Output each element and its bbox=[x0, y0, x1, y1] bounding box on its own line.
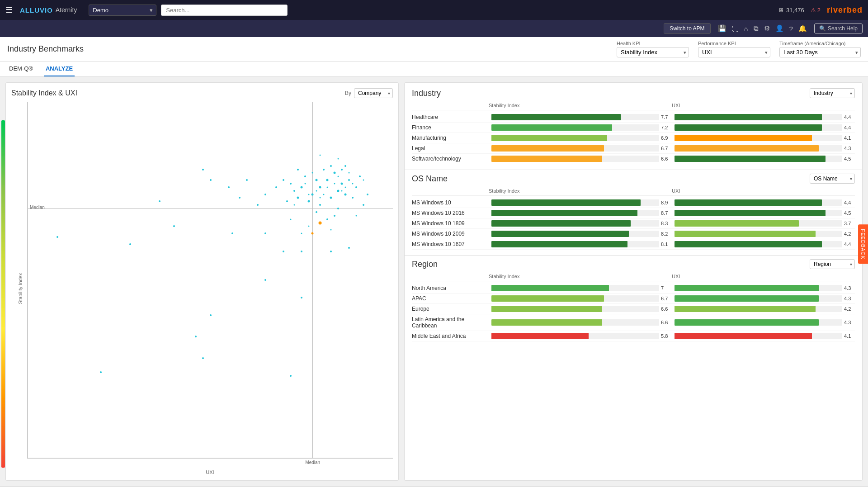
uxi-bar-cell: 4.1 bbox=[675, 333, 855, 339]
performance-kpi-select[interactable]: UXI bbox=[698, 47, 770, 57]
uxi-bar bbox=[675, 241, 822, 247]
row-name: MS Windows 10 2009 bbox=[412, 231, 489, 237]
si-bar bbox=[491, 241, 627, 247]
si-value: 8.2 bbox=[661, 231, 672, 237]
si-value: 8.3 bbox=[661, 221, 672, 226]
brand-sub: Aternity bbox=[56, 6, 77, 14]
user-icon[interactable]: 👤 bbox=[775, 24, 784, 33]
table-row: MS Windows 10 2016 8.7 4.5 bbox=[412, 208, 855, 218]
uxi-bar-bg bbox=[675, 220, 842, 227]
uxi-bar-bg bbox=[675, 145, 842, 152]
nav-right: 🖥 31,476 ⚠ 2 riverbed bbox=[778, 5, 863, 15]
tab-analyze[interactable]: ANALYZE bbox=[44, 62, 75, 76]
si-bar bbox=[491, 156, 602, 162]
demo-selector[interactable]: Demo bbox=[89, 5, 156, 16]
copy-icon[interactable]: ⧉ bbox=[754, 24, 759, 33]
switch-apm-button[interactable]: Switch to APM bbox=[664, 23, 710, 34]
si-bar-cell: 8.3 bbox=[491, 220, 672, 227]
uxi-bar-cell: 4.1 bbox=[675, 135, 855, 141]
table-row: Healthcare 7.7 4.4 bbox=[412, 112, 855, 123]
si-bar-bg bbox=[491, 306, 659, 312]
industry-name-col-header bbox=[412, 103, 489, 108]
uxi-bar-bg bbox=[675, 156, 842, 162]
uxi-bar-bg bbox=[675, 285, 842, 291]
table-row: Europe 6.6 4.2 bbox=[412, 304, 855, 314]
row-name: Latin America and the Caribbean bbox=[412, 316, 489, 329]
tab-demq[interactable]: DEM-Q® bbox=[7, 62, 35, 76]
os-table: Stability Index UXI MS Windows 10 8.9 4.… bbox=[405, 188, 862, 250]
uxi-value: 4.4 bbox=[844, 242, 855, 247]
footer-bar: ↺ 💾 ⛶ bbox=[0, 486, 868, 488]
timeframe-select[interactable]: Last 30 Days bbox=[779, 47, 861, 57]
tab-bar: DEM-Q® ANALYZE bbox=[0, 62, 868, 77]
si-bar-bg bbox=[491, 333, 659, 339]
si-bar-bg bbox=[491, 231, 659, 237]
si-bar bbox=[491, 114, 621, 120]
si-bar bbox=[491, 220, 631, 227]
table-row: North America 7 4.3 bbox=[412, 283, 855, 294]
uxi-bar-bg bbox=[675, 295, 842, 302]
help-icon[interactable]: ? bbox=[789, 25, 793, 33]
save-icon[interactable]: 💾 bbox=[718, 24, 726, 33]
home-icon[interactable]: ⌂ bbox=[744, 25, 748, 33]
uxi-bar-cell: 4.5 bbox=[675, 210, 855, 216]
settings-icon[interactable]: ⚙ bbox=[764, 24, 770, 33]
uxi-bar-cell: 4.3 bbox=[675, 145, 855, 152]
uxi-bar-cell: 4.3 bbox=[675, 319, 855, 326]
uxi-value: 3.7 bbox=[844, 221, 855, 226]
table-row: Legal 6.7 4.3 bbox=[412, 143, 855, 154]
health-kpi-select[interactable]: Stability Index bbox=[617, 47, 689, 57]
alert-badge[interactable]: ⚠ 2 bbox=[811, 7, 821, 14]
os-select[interactable]: OS Name bbox=[810, 174, 855, 184]
uxi-bar-cell: 4.4 bbox=[675, 124, 855, 131]
row-name: North America bbox=[412, 285, 489, 291]
region-section-title: Region bbox=[412, 260, 438, 269]
row-name: Legal bbox=[412, 145, 489, 152]
demo-dropdown[interactable]: Demo bbox=[89, 5, 156, 16]
notification-icon[interactable]: 🔔 bbox=[798, 24, 807, 33]
global-search[interactable] bbox=[161, 5, 288, 16]
row-name: Middle East and Africa bbox=[412, 333, 489, 339]
search-help-button[interactable]: 🔍 Search Help bbox=[814, 24, 863, 33]
fullscreen-icon[interactable]: ⛶ bbox=[732, 25, 739, 33]
si-bar-cell: 8.9 bbox=[491, 199, 672, 206]
uxi-bar-bg bbox=[675, 135, 842, 141]
table-row: Latin America and the Caribbean 6.6 4.3 bbox=[412, 314, 855, 331]
scatter-title: Stability Index & UXI bbox=[11, 89, 77, 97]
region-select[interactable]: Region bbox=[810, 259, 855, 269]
si-bar-bg bbox=[491, 319, 659, 326]
industry-section-title: Industry bbox=[412, 89, 441, 98]
si-bar-cell: 7.7 bbox=[491, 114, 672, 120]
si-bar-cell: 7.2 bbox=[491, 124, 672, 131]
row-name: Software/technology bbox=[412, 156, 489, 162]
uxi-bar bbox=[675, 306, 816, 312]
kpi-controls: Health KPI Stability Index Performance K… bbox=[617, 41, 861, 57]
by-select[interactable]: Company bbox=[354, 88, 393, 98]
uxi-bar bbox=[675, 210, 826, 216]
health-kpi-label: Health KPI bbox=[617, 41, 689, 46]
si-bar-cell: 6.6 bbox=[491, 319, 672, 326]
os-uxi-col-header: UXI bbox=[672, 188, 855, 194]
uxi-bar bbox=[675, 199, 822, 206]
table-row: MS Windows 10 1809 8.3 3.7 bbox=[412, 218, 855, 229]
si-value: 7.7 bbox=[661, 114, 672, 120]
timeframe-group: Timeframe (America/Chicago) Last 30 Days bbox=[779, 41, 861, 57]
si-bar-bg bbox=[491, 285, 659, 291]
scatter-panel: Stability Index & UXI By Company Stabili… bbox=[5, 82, 399, 481]
uxi-bar-cell: 4.4 bbox=[675, 114, 855, 120]
uxi-bar-bg bbox=[675, 241, 842, 247]
si-bar-cell: 8.2 bbox=[491, 231, 672, 237]
si-bar-bg bbox=[491, 199, 659, 206]
si-bar bbox=[491, 199, 641, 206]
uxi-bar-bg bbox=[675, 306, 842, 312]
si-value: 8.9 bbox=[661, 200, 672, 205]
health-kpi-group: Health KPI Stability Index bbox=[617, 41, 689, 57]
x-axis-label: UXI bbox=[27, 469, 393, 475]
hamburger-menu[interactable]: ☰ bbox=[5, 5, 13, 15]
industry-select[interactable]: Industry bbox=[810, 88, 855, 98]
region-si-col-header: Stability Index bbox=[489, 274, 672, 279]
region-table: Stability Index UXI North America 7 4.3 … bbox=[405, 274, 862, 341]
feedback-tab[interactable]: FEEDBACK bbox=[858, 224, 868, 264]
alert-count: 2 bbox=[817, 7, 821, 14]
row-name: Healthcare bbox=[412, 114, 489, 120]
